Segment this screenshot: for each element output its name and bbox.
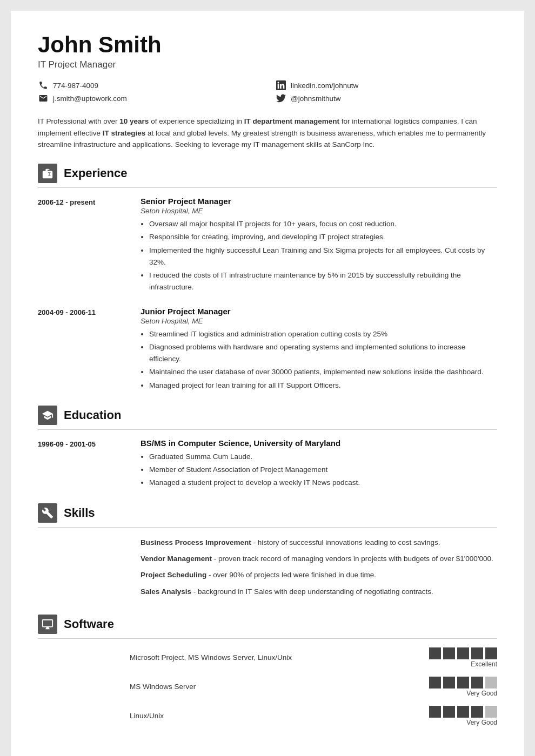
exp-bullets-1: Oversaw all major hospital IT projects f…	[141, 218, 497, 294]
software-entry-3: Linux/Unix Very Good	[38, 706, 497, 726]
exp-date-1: 2006-12 - present	[38, 197, 130, 295]
software-entry-2: MS Windows Server Very Good	[38, 677, 497, 697]
twitter-value: @johnsmithutw	[291, 94, 341, 103]
exp-job-title-1: Senior Project Manager	[141, 197, 497, 206]
bar	[471, 677, 483, 688]
bar	[457, 706, 469, 718]
linkedin-icon	[276, 80, 286, 91]
bullet-item: I reduced the costs of IT infrastructure…	[149, 269, 497, 294]
edu-date-1: 1996-09 - 2001-05	[38, 438, 130, 490]
skill-item-3: Project Scheduling - over 90% of project…	[141, 569, 497, 582]
bar	[485, 706, 497, 718]
education-header: Education	[38, 406, 497, 430]
bar	[457, 677, 469, 688]
software-rating-1: Excellent	[429, 647, 497, 668]
bar	[429, 677, 441, 688]
software-section-title: Software	[64, 617, 114, 631]
bullet-item: Graduated Summa Cum Laude.	[149, 451, 497, 463]
rating-bars-3	[429, 706, 497, 718]
bullet-item: Managed project for lean training for al…	[149, 380, 497, 392]
rating-label-3: Very Good	[466, 719, 497, 726]
skills-section: Skills Business Process Improvement - hi…	[38, 503, 497, 602]
bullet-item: Maintained the user database of over 300…	[149, 366, 497, 378]
summary-text: IT Professional with over 10 years of ex…	[38, 116, 497, 151]
bar	[471, 647, 483, 659]
software-rating-3: Very Good	[429, 706, 497, 726]
skills-entry: Business Process Improvement - history o…	[38, 536, 497, 602]
edu-degree-1: BS/MS in Computer Science, University of…	[141, 438, 497, 448]
software-name-2: MS Windows Server	[130, 683, 418, 691]
exp-company-1: Seton Hospital, ME	[141, 207, 497, 215]
bar	[429, 647, 441, 659]
bullet-item: Implemented the highly successful Lean T…	[149, 245, 497, 269]
bullet-item: Managed a student project to develop a w…	[149, 477, 497, 489]
phone-value: 774-987-4009	[53, 82, 98, 90]
email-value: j.smith@uptowork.com	[53, 94, 127, 103]
software-entry-1: Microsoft Project, MS Windows Server, Li…	[38, 647, 497, 668]
exp-job-title-2: Junior Project Manager	[141, 307, 497, 316]
experience-entry-2: 2004-09 - 2006-11 Junior Project Manager…	[38, 307, 497, 393]
experience-section-title: Experience	[64, 166, 127, 180]
experience-section: Experience 2006-12 - present Senior Proj…	[38, 164, 497, 393]
bullet-item: Responsible for creating, improving, and…	[149, 231, 497, 243]
rating-bars-2	[429, 677, 497, 688]
skills-list: Business Process Improvement - history o…	[141, 536, 497, 602]
bar	[443, 706, 455, 718]
software-header: Software	[38, 615, 497, 639]
experience-icon	[38, 164, 57, 183]
skill-item-4: Sales Analysis - background in IT Sales …	[141, 585, 497, 598]
skills-icon	[38, 503, 57, 523]
bar	[443, 647, 455, 659]
education-icon	[38, 406, 57, 425]
edu-content-1: BS/MS in Computer Science, University of…	[141, 438, 497, 490]
exp-content-1: Senior Project Manager Seton Hospital, M…	[141, 197, 497, 295]
bullet-item: Member of Student Association of Project…	[149, 464, 497, 476]
skill-item-1: Business Process Improvement - history o…	[141, 536, 497, 549]
twitter-icon	[276, 93, 286, 104]
skill-item-2: Vendor Management - proven track record …	[141, 552, 497, 565]
education-section: Education 1996-09 - 2001-05 BS/MS in Com…	[38, 406, 497, 490]
education-entry-1: 1996-09 - 2001-05 BS/MS in Computer Scie…	[38, 438, 497, 490]
phone-icon	[38, 80, 49, 91]
skills-header: Skills	[38, 503, 497, 528]
software-icon	[38, 615, 57, 634]
exp-date-2: 2004-09 - 2006-11	[38, 307, 130, 393]
bar	[485, 647, 497, 659]
education-section-title: Education	[64, 408, 121, 422]
experience-entry-1: 2006-12 - present Senior Project Manager…	[38, 197, 497, 295]
software-name-1: Microsoft Project, MS Windows Server, Li…	[130, 653, 418, 662]
resume-container: John Smith IT Project Manager 774-987-40…	[11, 11, 524, 756]
rating-bars-1	[429, 647, 497, 659]
exp-content-2: Junior Project Manager Seton Hospital, M…	[141, 307, 497, 393]
exp-company-2: Seton Hospital, ME	[141, 317, 497, 325]
experience-header: Experience	[38, 164, 497, 188]
rating-label-1: Excellent	[471, 660, 497, 668]
bar	[485, 677, 497, 688]
rating-label-2: Very Good	[466, 690, 497, 697]
linkedin-contact: linkedin.com/johnutw	[276, 80, 497, 91]
linkedin-value: linkedin.com/johnutw	[291, 82, 358, 90]
bullet-item: Oversaw all major hospital IT projects f…	[149, 218, 497, 230]
phone-contact: 774-987-4009	[38, 80, 259, 91]
bullet-item: Streamlined IT logistics and administrat…	[149, 328, 497, 340]
contact-grid: 774-987-4009 linkedin.com/johnutw j.smit…	[38, 80, 497, 104]
candidate-title: IT Project Manager	[38, 59, 497, 70]
twitter-contact: @johnsmithutw	[276, 93, 497, 104]
bar	[429, 706, 441, 718]
exp-bullets-2: Streamlined IT logistics and administrat…	[141, 328, 497, 392]
bar	[457, 647, 469, 659]
bar	[443, 677, 455, 688]
software-name-3: Linux/Unix	[130, 712, 418, 720]
email-icon	[38, 93, 49, 104]
email-contact: j.smith@uptowork.com	[38, 93, 259, 104]
bullet-item: Diagnosed problems with hardware and ope…	[149, 341, 497, 366]
software-section: Software Microsoft Project, MS Windows S…	[38, 615, 497, 726]
edu-bullets-1: Graduated Summa Cum Laude. Member of Stu…	[141, 451, 497, 489]
candidate-name: John Smith	[38, 32, 497, 57]
software-rating-2: Very Good	[429, 677, 497, 697]
skills-section-title: Skills	[64, 506, 95, 520]
bar	[471, 706, 483, 718]
